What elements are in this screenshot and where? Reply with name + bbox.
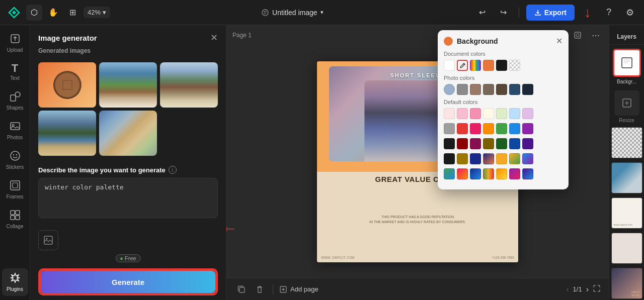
doc-color-orange[interactable] bbox=[483, 60, 494, 71]
layer-thumbnail-5[interactable]: GREATVALUE bbox=[611, 268, 642, 299]
def-color-5-1[interactable] bbox=[444, 168, 455, 179]
def-color-5-4[interactable] bbox=[483, 168, 494, 179]
def-color-1-7[interactable] bbox=[522, 108, 533, 119]
logo-icon[interactable] bbox=[6, 5, 22, 21]
generated-image-5[interactable] bbox=[99, 111, 157, 156]
def-color-3-6[interactable] bbox=[509, 138, 520, 149]
def-color-1-4[interactable] bbox=[483, 108, 494, 119]
def-color-5-3[interactable] bbox=[470, 168, 481, 179]
photo-color-6[interactable] bbox=[509, 84, 520, 95]
undo-button[interactable]: ↩ bbox=[474, 5, 491, 21]
panel-close-button[interactable]: ✕ bbox=[210, 32, 218, 43]
sidebar-item-photos[interactable]: Photos bbox=[2, 117, 28, 144]
photo-color-4[interactable] bbox=[483, 84, 494, 95]
def-color-4-4[interactable] bbox=[483, 153, 494, 164]
photo-color-1[interactable] bbox=[444, 84, 455, 95]
doc-color-transparent[interactable] bbox=[509, 60, 520, 71]
layer-thumbnail-3[interactable]: www.capcut.com bbox=[611, 197, 642, 229]
bg-panel-close-button[interactable]: ✕ bbox=[556, 36, 562, 46]
layer-thumbnail-4[interactable] bbox=[611, 233, 642, 264]
help-button[interactable]: ? bbox=[601, 5, 617, 21]
right-panel-resize-tool[interactable]: Resize bbox=[612, 86, 641, 125]
canvas-copy-icon[interactable] bbox=[234, 282, 249, 296]
layer-thumbnail-1[interactable] bbox=[611, 127, 642, 158]
add-page-button[interactable]: Add page bbox=[279, 285, 318, 293]
def-color-2-7[interactable] bbox=[522, 123, 533, 134]
info-icon[interactable]: i bbox=[169, 166, 177, 174]
sidebar-item-plugins[interactable]: Plugins bbox=[2, 268, 28, 296]
sidebar-item-text[interactable]: T Text bbox=[2, 59, 28, 85]
stickers-icon bbox=[10, 150, 21, 163]
eyedropper-tool[interactable] bbox=[457, 60, 468, 71]
def-color-2-4[interactable] bbox=[483, 123, 494, 134]
def-color-5-7[interactable] bbox=[522, 168, 533, 179]
def-color-3-7[interactable] bbox=[522, 138, 533, 149]
redo-button[interactable]: ↪ bbox=[496, 5, 512, 21]
def-color-4-5[interactable] bbox=[496, 153, 507, 164]
sidebar-item-frames[interactable]: Frames bbox=[2, 176, 28, 204]
def-color-5-6[interactable] bbox=[509, 168, 520, 179]
layer-thumbnail-2[interactable] bbox=[611, 162, 642, 193]
doc-color-black[interactable] bbox=[496, 60, 507, 71]
doc-color-rainbow[interactable] bbox=[470, 60, 481, 71]
def-color-1-5[interactable] bbox=[496, 108, 507, 119]
generated-image-1[interactable] bbox=[38, 62, 96, 108]
def-color-1-2[interactable] bbox=[457, 108, 468, 119]
def-color-3-4[interactable] bbox=[483, 138, 494, 149]
def-color-2-5[interactable] bbox=[496, 123, 507, 134]
def-color-4-6[interactable] bbox=[509, 153, 520, 164]
generated-image-4[interactable] bbox=[38, 111, 96, 156]
svg-point-16 bbox=[46, 238, 48, 240]
def-color-5-2[interactable] bbox=[457, 168, 468, 179]
def-color-4-3[interactable] bbox=[470, 153, 481, 164]
describe-textarea[interactable]: winter color palette bbox=[38, 178, 218, 218]
prev-page-button[interactable]: ‹ bbox=[566, 285, 569, 294]
canvas-delete-icon[interactable] bbox=[253, 282, 267, 296]
photo-color-7[interactable] bbox=[522, 84, 533, 95]
svg-point-3 bbox=[15, 92, 20, 97]
def-color-2-2[interactable] bbox=[457, 123, 468, 134]
def-color-2-6[interactable] bbox=[509, 123, 520, 134]
zoom-control[interactable]: 42% ▾ bbox=[84, 7, 110, 18]
def-color-3-2[interactable] bbox=[457, 138, 468, 149]
def-color-3-1[interactable] bbox=[444, 138, 455, 149]
def-color-4-7[interactable] bbox=[522, 153, 533, 164]
def-color-2-3[interactable] bbox=[470, 123, 481, 134]
def-color-3-5[interactable] bbox=[496, 138, 507, 149]
svg-rect-2 bbox=[11, 95, 16, 101]
hand-tool[interactable]: ✋ bbox=[45, 5, 61, 21]
sidebar-item-upload[interactable]: Upload bbox=[2, 29, 28, 57]
canvas-bottom-bar: Add page ‹ 1/1 › bbox=[226, 278, 609, 300]
bg-layer-active[interactable] bbox=[614, 50, 639, 75]
resize-tool-icon[interactable] bbox=[614, 90, 639, 116]
grid-tool[interactable]: ⊞ bbox=[64, 5, 80, 21]
canvas-action-2[interactable]: ⋯ bbox=[589, 28, 603, 42]
canvas-action-1[interactable] bbox=[571, 28, 585, 42]
document-title[interactable]: Untitled image ▾ bbox=[261, 9, 324, 17]
svg-point-18 bbox=[576, 34, 579, 37]
sidebar-item-collage[interactable]: Collage bbox=[2, 206, 28, 233]
export-button[interactable]: Export bbox=[526, 5, 575, 21]
generated-image-3[interactable] bbox=[160, 62, 218, 108]
sidebar-item-stickers[interactable]: Stickers bbox=[2, 146, 28, 174]
sidebar-item-shapes[interactable]: Shapes bbox=[2, 87, 28, 115]
generate-button[interactable]: Generate bbox=[41, 271, 215, 293]
def-color-2-1[interactable] bbox=[444, 123, 455, 134]
def-color-1-1[interactable] bbox=[444, 108, 455, 119]
doc-color-white[interactable] bbox=[444, 60, 455, 71]
def-color-5-5[interactable] bbox=[496, 168, 507, 179]
settings-button[interactable]: ⚙ bbox=[622, 5, 638, 21]
def-color-3-3[interactable] bbox=[470, 138, 481, 149]
image-upload-button[interactable] bbox=[38, 230, 58, 250]
def-color-1-3[interactable] bbox=[470, 108, 481, 119]
def-color-1-6[interactable] bbox=[509, 108, 520, 119]
generated-image-2[interactable] bbox=[99, 62, 157, 108]
cursor-tool[interactable]: ⬡ bbox=[26, 5, 42, 21]
photo-color-2[interactable] bbox=[457, 84, 468, 95]
photo-color-3[interactable] bbox=[470, 84, 481, 95]
next-page-button[interactable]: › bbox=[586, 285, 589, 294]
photo-color-5[interactable] bbox=[496, 84, 507, 95]
def-color-4-1[interactable] bbox=[444, 153, 455, 164]
def-color-4-2[interactable] bbox=[457, 153, 468, 164]
expand-button[interactable] bbox=[593, 284, 601, 294]
